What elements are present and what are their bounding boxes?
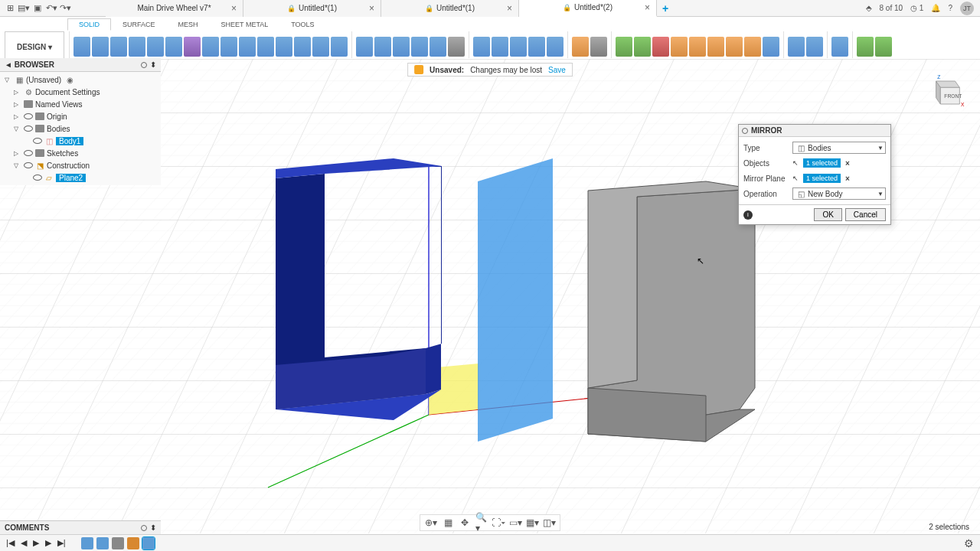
file-icon[interactable]: ▤▾ [18, 3, 29, 14]
close-icon[interactable]: × [645, 2, 650, 13]
playback-prev[interactable]: ◀ [21, 538, 27, 548]
tree-plane2[interactable]: ▱Plane2 [0, 171, 161, 184]
undo-icon[interactable]: ↶▾ [46, 3, 57, 14]
insert-tool[interactable] [831, 37, 848, 57]
chamfer-tool[interactable] [393, 37, 410, 57]
timeline-feature-4[interactable] [127, 537, 139, 549]
objects-selection[interactable]: 1 selected [803, 158, 841, 168]
ribbon-tab-tools[interactable]: TOOLS [279, 18, 325, 31]
recovery-count[interactable]: 8 of 10 [880, 4, 903, 12]
presspull-tool[interactable] [356, 37, 373, 57]
playback-next[interactable]: ▶ [45, 538, 51, 548]
torus-tool[interactable] [294, 37, 311, 57]
viewports-icon[interactable]: ◫▾ [543, 517, 555, 529]
fit-icon[interactable]: ⛶▾ [492, 517, 505, 529]
save-icon[interactable]: ▣ [32, 3, 43, 14]
body-preview[interactable] [588, 181, 755, 442]
clear-objects-button[interactable]: × [844, 159, 851, 168]
doc-tab-0[interactable]: Main Drive Wheel v7* × [106, 0, 243, 17]
ribbon-tab-solid[interactable]: SOLID [67, 18, 111, 31]
construct-tool-6[interactable] [707, 37, 724, 57]
align-tool[interactable] [473, 37, 490, 57]
box-tool[interactable] [239, 37, 256, 57]
apps-icon[interactable]: ⊞ [5, 3, 15, 14]
display-icon[interactable]: ▭▾ [509, 517, 521, 529]
close-icon[interactable]: × [507, 3, 512, 14]
component-tool[interactable] [572, 37, 589, 57]
hole-tool[interactable] [202, 37, 219, 57]
doc-tab-2[interactable]: 🔒 Untitled*(1) × [381, 0, 519, 17]
emboss-tool[interactable] [184, 37, 201, 57]
measure-tool[interactable] [788, 37, 805, 57]
tree-construction[interactable]: ▽⬔Construction [0, 159, 161, 171]
timeline-feature-3[interactable] [112, 537, 124, 549]
settings-icon[interactable]: ⚙ [964, 537, 974, 549]
timeline-feature-2[interactable] [96, 537, 109, 549]
type-dropdown[interactable]: ◫Bodies▼ [792, 142, 886, 154]
panel-dot-icon[interactable] [141, 62, 147, 68]
tree-named-views[interactable]: ▷Named Views [0, 98, 161, 110]
tree-sketches[interactable]: ▷Sketches [0, 147, 161, 159]
tree-doc-settings[interactable]: ▷⚙Document Settings [0, 86, 161, 98]
ok-button[interactable]: OK [814, 208, 841, 221]
split-tool[interactable] [510, 37, 527, 57]
loft-tool[interactable] [147, 37, 164, 57]
rib-tool[interactable] [165, 37, 182, 57]
mirror-plane[interactable] [478, 158, 553, 442]
close-icon[interactable]: × [369, 3, 374, 14]
ribbon-tab-sheetmetal[interactable]: SHEET METAL [210, 18, 280, 31]
construct-tool-8[interactable] [744, 37, 761, 57]
viewcube[interactable]: FRONT Z X [926, 73, 965, 112]
clear-plane-button[interactable]: × [844, 174, 851, 183]
draft-tool[interactable] [430, 37, 446, 57]
sphere-tool[interactable] [276, 37, 292, 57]
ext-icon[interactable]: ⬘ [866, 4, 872, 12]
axis-tool[interactable] [634, 37, 651, 57]
browser-header[interactable]: ◄ BROWSER ⬍ [0, 58, 161, 72]
sweep-tool[interactable] [129, 37, 145, 57]
coil-tool[interactable] [312, 37, 329, 57]
new-tab-button[interactable]: + [657, 0, 674, 17]
select-tool-2[interactable] [875, 37, 892, 57]
mirror-header[interactable]: MIRROR [739, 125, 890, 137]
construct-tool-7[interactable] [726, 37, 743, 57]
playback-start[interactable]: |◀ [6, 538, 15, 548]
move-tool[interactable] [448, 37, 465, 57]
construct-tool-4[interactable] [671, 37, 688, 57]
orbit-icon[interactable]: ⊕▾ [425, 517, 437, 529]
info-icon[interactable]: i [743, 210, 753, 220]
notifications-icon[interactable]: 🔔 [931, 4, 940, 12]
tree-origin[interactable]: ▷Origin [0, 110, 161, 122]
zoom-icon[interactable]: 🔍▾ [475, 517, 488, 529]
pipe-tool[interactable] [331, 37, 348, 57]
tree-bodies[interactable]: ▽Bodies [0, 122, 161, 135]
pan-icon[interactable]: ✥ [459, 517, 471, 529]
help-icon[interactable]: ? [948, 4, 952, 12]
ribbon-tab-surface[interactable]: SURFACE [111, 18, 167, 31]
select-tool[interactable] [857, 37, 874, 57]
plane-selection[interactable]: 1 selected [803, 174, 841, 183]
job-status-icon[interactable]: ◷ 1 [910, 4, 923, 12]
thread-tool[interactable] [220, 37, 237, 57]
sketch-tool[interactable] [74, 37, 90, 57]
revolve-tool[interactable] [110, 37, 127, 57]
tree-root[interactable]: ▽▦(Unsaved)◉ [0, 73, 161, 86]
shell-tool[interactable] [411, 37, 428, 57]
construct-tool-5[interactable] [689, 37, 706, 57]
doc-tab-3[interactable]: 🔒 Untitled*(2) × [519, 0, 657, 17]
ribbon-tab-mesh[interactable]: MESH [167, 18, 210, 31]
doc-tab-1[interactable]: 🔒 Untitled*(1) × [243, 0, 381, 17]
redo-icon[interactable]: ↷▾ [60, 3, 70, 14]
fillet-tool[interactable] [374, 37, 391, 57]
offset-tool[interactable] [528, 37, 545, 57]
close-icon[interactable]: × [231, 3, 237, 14]
cancel-button[interactable]: Cancel [845, 208, 886, 221]
workspace-switcher[interactable]: DESIGN ▾ [5, 31, 64, 62]
plane-tool[interactable] [616, 37, 632, 57]
construct-tool-9[interactable] [763, 37, 779, 57]
avatar[interactable]: JT [960, 2, 974, 15]
comments-bar[interactable]: COMMENTS ⬍ [0, 520, 161, 534]
delete-tool[interactable] [547, 37, 564, 57]
save-button[interactable]: Save [548, 66, 566, 74]
playback-play[interactable]: ▶ [33, 538, 39, 548]
